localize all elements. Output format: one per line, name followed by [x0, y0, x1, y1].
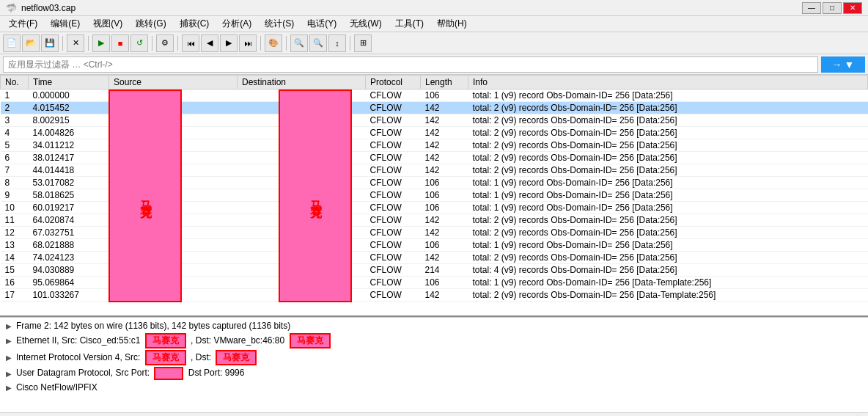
udp-src-port-mosaic	[154, 367, 183, 380]
window-controls[interactable]: — □ ✕	[802, 2, 862, 14]
udp-dst-text: Dst Port: 9996	[188, 368, 245, 378]
header-destination[interactable]: Destination	[238, 76, 366, 90]
menu-tools[interactable]: 工具(T)	[389, 16, 430, 32]
resize-columns-button[interactable]: ⊞	[354, 34, 372, 52]
header-source[interactable]: Source	[109, 76, 238, 90]
expand-ip-icon: ▶	[6, 354, 12, 362]
status-bar: https://zhuanlan.zhihu.com/make 仅CSDN博客	[0, 412, 868, 416]
header-no[interactable]: No.	[1, 76, 29, 90]
menu-go[interactable]: 跳转(G)	[130, 16, 172, 32]
menu-analyze[interactable]: 分析(A)	[216, 16, 257, 32]
dest-mosaic-overlay: 马赛克	[279, 90, 352, 302]
expand-frame-icon: ▶	[6, 322, 12, 330]
close-button[interactable]: ✕	[843, 2, 862, 14]
header-info[interactable]: Info	[468, 76, 868, 90]
scroll-back-button[interactable]: ⏮	[182, 34, 199, 52]
source-mosaic-overlay: 马赛克	[108, 90, 182, 302]
expand-ethernet-icon: ▶	[6, 337, 12, 345]
prev-button[interactable]: ◀	[201, 34, 218, 52]
frame-text: Frame 2: 142 bytes on wire (1136 bits), …	[16, 321, 862, 331]
ethernet-src-mosaic: 马赛克	[145, 333, 186, 349]
menu-help[interactable]: 帮助(H)	[431, 16, 473, 32]
ip-dst-label-text: , Dst:	[191, 352, 211, 362]
menu-stats[interactable]: 统计(S)	[259, 16, 300, 32]
detail-ethernet[interactable]: ▶ Ethernet II, Src: Cisco_ed:55:c1 马赛克 ,…	[0, 332, 868, 349]
arrow-right-icon: →	[832, 59, 842, 70]
toolbar-sep-1	[62, 36, 63, 51]
toolbar-sep-7	[350, 36, 350, 51]
detail-panel[interactable]: ▶ Frame 2: 142 bytes on wire (1136 bits)…	[0, 317, 868, 412]
minimize-button[interactable]: —	[802, 2, 821, 14]
arrow-down-icon: ▼	[845, 59, 855, 70]
ethernet-prefix-text: Ethernet II, Src: Cisco_ed:55:c1	[16, 335, 140, 346]
zoom-normal-button[interactable]: ↕	[328, 34, 346, 52]
detail-ip[interactable]: ▶ Internet Protocol Version 4, Src: 马赛克 …	[0, 349, 868, 366]
menu-wireless[interactable]: 无线(W)	[344, 16, 387, 32]
save-button[interactable]: 💾	[41, 34, 59, 52]
ip-dst-mosaic: 马赛克	[216, 350, 257, 365]
toolbar: 📄 📂 💾 ✕ ▶ ■ ↺ ⚙ ⏮ ◀ ▶ ⏭ 🎨 🔍 🔍 ↕ ⊞	[0, 32, 868, 54]
capture-options-button[interactable]: ⚙	[156, 34, 174, 52]
ethernet-dst-mosaic: 马赛克	[290, 333, 331, 349]
toolbar-sep-2	[88, 36, 89, 51]
ip-src-mosaic: 马赛克	[145, 350, 186, 365]
open-button[interactable]: 📂	[22, 34, 40, 52]
ip-prefix-text: Internet Protocol Version 4, Src:	[16, 352, 140, 362]
detail-udp[interactable]: ▶ User Datagram Protocol, Src Port: Dst …	[0, 366, 868, 381]
window-title: netflow03.cap	[21, 3, 76, 13]
header-protocol[interactable]: Protocol	[366, 76, 421, 90]
detail-frame[interactable]: ▶ Frame 2: 142 bytes on wire (1136 bits)…	[0, 319, 868, 332]
start-capture-button[interactable]: ▶	[92, 34, 110, 52]
toolbar-sep-3	[152, 36, 152, 51]
ethernet-dst-prefix-text: , Dst: VMware_bc:46:80	[191, 335, 284, 346]
zoom-out-button[interactable]: 🔍	[309, 34, 327, 52]
udp-prefix-text: User Datagram Protocol, Src Port:	[16, 368, 150, 378]
colorize-button[interactable]: 🎨	[265, 34, 282, 52]
menu-file[interactable]: 文件(F)	[3, 16, 43, 32]
toolbar-sep-4	[177, 36, 178, 51]
scroll-fwd-button[interactable]: ⏭	[239, 34, 257, 52]
new-file-button[interactable]: 📄	[3, 34, 21, 52]
filter-input[interactable]	[3, 56, 818, 73]
menu-bar: 文件(F) 编辑(E) 视图(V) 跳转(G) 捕获(C) 分析(A) 统计(S…	[0, 16, 868, 32]
title-bar: 🦈 netflow03.cap — □ ✕	[0, 0, 868, 16]
expand-udp-icon: ▶	[6, 370, 12, 378]
cisco-text: Cisco NetFlow/IPFIX	[16, 382, 862, 393]
next-button[interactable]: ▶	[220, 34, 238, 52]
filter-arrow-button[interactable]: → ▼	[821, 56, 865, 73]
menu-capture[interactable]: 捕获(C)	[174, 16, 216, 32]
zoom-in-button[interactable]: 🔍	[290, 34, 308, 52]
stop-capture-button[interactable]: ■	[111, 34, 129, 52]
menu-phone[interactable]: 电话(Y)	[301, 16, 342, 32]
toolbar-sep-5	[260, 36, 261, 51]
menu-edit[interactable]: 编辑(E)	[45, 16, 86, 32]
header-time[interactable]: Time	[29, 76, 109, 90]
restart-capture-button[interactable]: ↺	[130, 34, 148, 52]
maximize-button[interactable]: □	[823, 2, 842, 14]
detail-cisco[interactable]: ▶ Cisco NetFlow/IPFIX	[0, 381, 868, 394]
filter-bar: → ▼	[0, 54, 868, 75]
header-length[interactable]: Length	[421, 76, 468, 90]
expand-cisco-icon: ▶	[6, 384, 12, 392]
menu-view[interactable]: 视图(V)	[87, 16, 128, 32]
toolbar-sep-6	[286, 36, 287, 51]
packet-table-container[interactable]: No. Time Source Destination Protocol Len…	[0, 75, 868, 317]
close-capture-button[interactable]: ✕	[67, 34, 84, 52]
app-icon: 🦈	[6, 3, 17, 13]
